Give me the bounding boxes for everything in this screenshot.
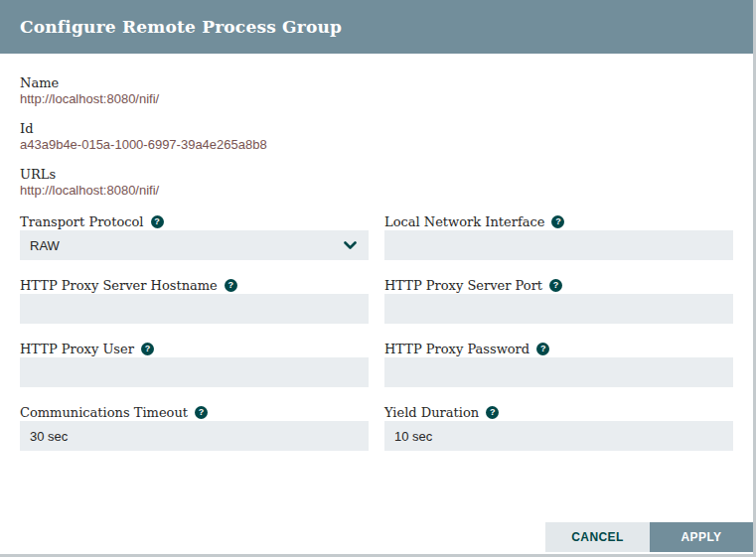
help-icon[interactable]: ? [195, 406, 208, 419]
http-proxy-server-port-field: HTTP Proxy Server Port ? [384, 276, 733, 324]
dialog-footer: CANCEL APPLY [545, 522, 753, 552]
communications-timeout-field: Communications Timeout ? [20, 403, 369, 451]
http-proxy-server-port-input[interactable] [384, 294, 733, 324]
dialog-header: Configure Remote Process Group [0, 0, 753, 54]
http-proxy-server-hostname-input[interactable] [20, 294, 369, 324]
yield-duration-field: Yield Duration ? [384, 403, 733, 451]
id-label: Id [20, 121, 733, 137]
help-icon[interactable]: ? [151, 215, 164, 228]
id-value: a43a9b4e-015a-1000-6997-39a4e265a8b8 [20, 137, 733, 153]
http-proxy-server-port-label-row: HTTP Proxy Server Port ? [384, 276, 733, 294]
settings-form: Transport Protocol ? RAW Local Network I… [20, 212, 733, 451]
http-proxy-server-hostname-label: HTTP Proxy Server Hostname [20, 278, 218, 293]
help-icon[interactable]: ? [225, 279, 237, 292]
http-proxy-password-input[interactable] [384, 357, 733, 387]
yield-duration-label-row: Yield Duration ? [384, 403, 733, 421]
apply-button[interactable]: APPLY [650, 522, 753, 552]
http-proxy-user-field: HTTP Proxy User ? [20, 340, 369, 387]
help-icon[interactable]: ? [536, 343, 549, 355]
http-proxy-user-input[interactable] [20, 357, 369, 387]
transport-protocol-select[interactable]: RAW [20, 230, 369, 260]
local-network-interface-input[interactable] [384, 230, 733, 260]
communications-timeout-label: Communications Timeout [20, 405, 188, 420]
chevron-down-icon [344, 241, 357, 250]
urls-value: http://localhost:8080/nifi/ [20, 183, 733, 199]
name-label: Name [20, 75, 733, 91]
http-proxy-password-field: HTTP Proxy Password ? [384, 340, 733, 387]
yield-duration-input[interactable] [384, 421, 733, 451]
yield-duration-label: Yield Duration [384, 405, 479, 420]
communications-timeout-input[interactable] [20, 421, 369, 451]
transport-protocol-label-row: Transport Protocol ? [20, 212, 369, 230]
transport-protocol-selected-value: RAW [30, 238, 60, 253]
http-proxy-password-label: HTTP Proxy Password [384, 342, 529, 356]
help-icon[interactable]: ? [141, 343, 154, 355]
http-proxy-server-port-label: HTTP Proxy Server Port [384, 278, 542, 293]
dialog-body: Name http://localhost:8080/nifi/ Id a43a… [0, 54, 753, 451]
transport-protocol-label: Transport Protocol [20, 214, 144, 229]
help-icon[interactable]: ? [549, 279, 562, 292]
configure-remote-process-group-dialog: Configure Remote Process Group Name http… [0, 0, 756, 557]
name-field: Name http://localhost:8080/nifi/ [20, 75, 733, 107]
urls-field: URLs http://localhost:8080/nifi/ [20, 167, 733, 199]
urls-label: URLs [20, 167, 733, 183]
communications-timeout-label-row: Communications Timeout ? [20, 403, 369, 421]
http-proxy-user-label-row: HTTP Proxy User ? [20, 340, 369, 357]
local-network-interface-field: Local Network Interface ? [384, 212, 733, 260]
http-proxy-password-label-row: HTTP Proxy Password ? [384, 340, 733, 357]
http-proxy-user-label: HTTP Proxy User [20, 342, 134, 356]
name-value: http://localhost:8080/nifi/ [20, 91, 733, 107]
transport-protocol-field: Transport Protocol ? RAW [20, 212, 369, 260]
dialog-title: Configure Remote Process Group [20, 17, 342, 37]
local-network-interface-label-row: Local Network Interface ? [384, 212, 733, 230]
http-proxy-server-hostname-label-row: HTTP Proxy Server Hostname ? [20, 276, 369, 294]
local-network-interface-label: Local Network Interface [384, 214, 544, 229]
help-icon[interactable]: ? [551, 215, 564, 228]
http-proxy-server-hostname-field: HTTP Proxy Server Hostname ? [20, 276, 369, 324]
id-field: Id a43a9b4e-015a-1000-6997-39a4e265a8b8 [20, 121, 733, 153]
cancel-button[interactable]: CANCEL [545, 522, 650, 552]
help-icon[interactable]: ? [486, 406, 499, 419]
